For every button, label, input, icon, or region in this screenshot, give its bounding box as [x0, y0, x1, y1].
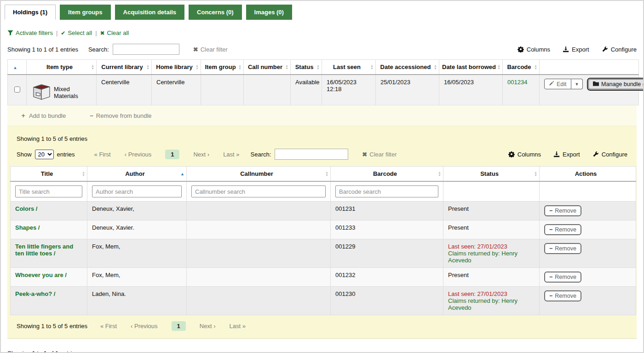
column-header-title[interactable]: Title▲▼ — [11, 167, 87, 182]
status-last-seen: Last seen: 27/01/2023 — [448, 290, 535, 297]
clear-all-link[interactable]: ✖ Clear all — [100, 29, 129, 36]
callnumber-search-input[interactable] — [191, 185, 326, 197]
previous-page-button[interactable]: ‹ Previous — [125, 151, 152, 158]
bundle-table-controls: Show 20 entries « First ‹ Previous 1 Nex… — [10, 149, 634, 165]
configure-button[interactable]: Configure — [602, 46, 637, 53]
column-header-barcode[interactable]: Barcode▲▼ — [331, 167, 443, 182]
column-header-last-seen[interactable]: Last seen▲▼ — [322, 60, 376, 75]
barcode-link[interactable]: 001234 — [507, 79, 527, 86]
page-size-select[interactable]: 20 — [35, 150, 54, 159]
status-cell: Available — [291, 75, 322, 105]
column-header-select[interactable]: ▲ — [8, 60, 27, 75]
sort-asc-icon: ▲ — [13, 65, 17, 70]
bundle-footer-showing-entries: Showing 1 to 5 of 5 entries — [17, 323, 87, 330]
column-label: Title — [41, 170, 53, 177]
title-link[interactable]: Ten little fingers and ten little toes / — [15, 243, 73, 257]
status-cell: Present — [443, 202, 540, 220]
title-link[interactable]: Colors / — [15, 205, 37, 212]
title-search-input[interactable] — [15, 185, 82, 197]
column-label: Author — [125, 170, 145, 177]
next-page-button[interactable]: Next › — [200, 323, 216, 330]
row-select-checkbox[interactable] — [14, 87, 20, 93]
remove-button[interactable]: −Remove — [544, 205, 581, 216]
holdings-clear-filter-link[interactable]: ✖ Clear filter — [193, 46, 228, 53]
previous-page-button[interactable]: ‹ Previous — [131, 323, 158, 330]
column-header-callnumber[interactable]: Callnumber▲▼ — [187, 167, 331, 182]
column-header-current-library[interactable]: Current library▲▼ — [97, 60, 152, 75]
remove-button[interactable]: −Remove — [544, 290, 581, 301]
author-search-cell — [87, 181, 187, 202]
column-header-item-type[interactable]: Item type▲▼ — [27, 60, 97, 75]
status-search-cell — [443, 181, 540, 202]
table-row: Colors / Deneux, Xavier, 001231 Present … — [11, 202, 636, 220]
call-number-cell — [244, 75, 291, 105]
first-page-button[interactable]: « First — [100, 323, 117, 330]
column-header-status[interactable]: Status▲▼ — [443, 167, 540, 182]
filter-links: Activate filters | ✔ Select all | ✖ Clea… — [7, 29, 637, 36]
author-cell: Fox, Mem, — [87, 268, 187, 287]
remove-button[interactable]: −Remove — [544, 243, 581, 254]
home-library-cell: Centerville — [152, 75, 201, 105]
current-page-button[interactable]: 1 — [165, 150, 179, 159]
author-cell: Laden, Nina. — [87, 287, 187, 315]
export-button[interactable]: Export — [553, 151, 580, 158]
bundle-showing-entries: Showing 1 to 5 of 5 entries — [10, 132, 634, 149]
tab-acquisition-details[interactable]: Acquisition details — [115, 5, 185, 20]
minus-icon: − — [549, 293, 552, 299]
tab-concerns[interactable]: Concerns (0) — [189, 5, 242, 20]
holdings-page: Holdings (1) Item groups Acquisition det… — [0, 0, 644, 353]
holdings-table-controls: Showing 1 to 1 of 1 entries Search: ✖ Cl… — [7, 44, 637, 55]
export-button[interactable]: Export — [563, 46, 589, 53]
column-label: Item type — [46, 64, 73, 70]
configure-button[interactable]: Configure — [592, 151, 627, 158]
columns-button[interactable]: Columns — [508, 151, 541, 158]
column-label: Status — [480, 170, 499, 177]
title-link[interactable]: Peek-a-who? / — [15, 290, 55, 297]
title-link[interactable]: Shapes / — [15, 224, 40, 231]
column-header-status[interactable]: Status▲▼ — [291, 60, 322, 75]
activate-filters-link[interactable]: Activate filters — [7, 29, 53, 36]
remove-button[interactable]: −Remove — [544, 224, 581, 235]
column-header-barcode[interactable]: Barcode▲▼ — [503, 60, 540, 75]
current-page-button[interactable]: 1 — [172, 321, 186, 331]
bundle-search-input[interactable] — [275, 149, 348, 160]
show-entries-control: Show 20 entries — [17, 150, 75, 159]
manage-bundle-button[interactable]: Manage bundle (2|3) — [588, 79, 644, 89]
tab-images[interactable]: Images (0) — [246, 5, 292, 20]
bundle-column-search-row — [11, 181, 636, 202]
last-page-button[interactable]: Last » — [223, 151, 239, 158]
column-label: Date accessioned — [380, 64, 431, 70]
column-header-call-number[interactable]: Call number▲▼ — [244, 60, 291, 75]
date-last-borrowed-cell: 16/05/2023 — [439, 75, 503, 105]
column-header-home-library[interactable]: Home library▲▼ — [152, 60, 201, 75]
edit-button[interactable]: Edit — [544, 79, 571, 89]
current-library-cell: Centerville — [97, 75, 152, 105]
title-link[interactable]: Whoever you are / — [15, 272, 67, 278]
remove-from-bundle-button[interactable]: − Remove from bundle — [90, 111, 151, 120]
barcode-cell: 001233 — [331, 220, 443, 239]
bundle-clear-filter-link[interactable]: ✖ Clear filter — [362, 151, 397, 158]
column-header-author[interactable]: Author▲ — [87, 167, 187, 182]
columns-button[interactable]: Columns — [518, 46, 550, 53]
tab-holdings[interactable]: Holdings (1) — [5, 5, 56, 20]
select-all-link[interactable]: ✔ Select all — [61, 29, 92, 36]
column-header-date-accessioned[interactable]: Date accessioned▲▼ — [376, 60, 439, 75]
barcode-search-input[interactable] — [335, 185, 438, 197]
column-label: Call number — [248, 64, 282, 70]
tab-item-groups[interactable]: Item groups — [60, 5, 110, 20]
column-label: Callnumber — [240, 170, 273, 177]
column-header-item-group[interactable]: Item group▲▼ — [201, 60, 244, 75]
add-to-bundle-button[interactable]: ＋ Add to bundle — [20, 111, 66, 120]
author-cell: Deneux, Xavier. — [87, 220, 187, 239]
author-search-input[interactable] — [92, 185, 182, 197]
remove-button[interactable]: −Remove — [544, 272, 581, 283]
first-page-button[interactable]: « First — [94, 151, 111, 158]
last-page-button[interactable]: Last » — [230, 323, 246, 330]
x-icon: ✖ — [193, 46, 198, 53]
next-page-button[interactable]: Next › — [193, 151, 209, 158]
holdings-search-input[interactable] — [113, 44, 179, 55]
table-row: Whoever you are / Fox, Mem, 001232 Prese… — [11, 268, 636, 287]
column-header-date-last-borrowed[interactable]: Date last borrowed▲▼ — [439, 60, 503, 75]
callnumber-search-cell — [187, 181, 331, 202]
edit-dropdown-toggle[interactable]: ▼ — [571, 79, 583, 89]
